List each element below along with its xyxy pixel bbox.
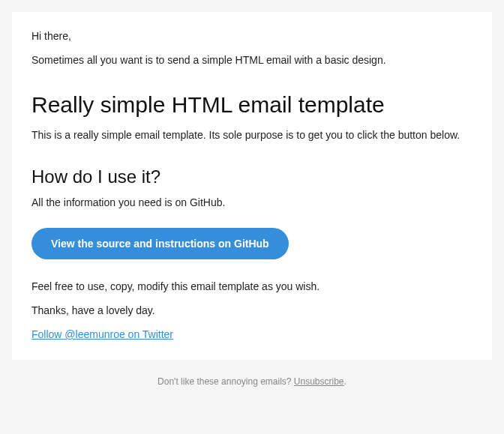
footer-period: . — [344, 376, 346, 387]
free-use-text: Feel free to use, copy, modify this emai… — [32, 280, 472, 292]
sub-heading: How do I use it? — [32, 166, 472, 187]
footer-text: Don't like these annoying emails? — [158, 376, 294, 387]
thanks-text: Thanks, have a lovely day. — [32, 304, 472, 316]
main-description: This is a really simple email template. … — [32, 129, 472, 141]
main-heading: Really simple HTML email template — [32, 91, 472, 118]
unsubscribe-link[interactable]: Unsubscribe — [294, 376, 344, 387]
twitter-follow-link[interactable]: Follow @leemunroe on Twitter — [32, 328, 173, 340]
github-info-text: All the information you need is on GitHu… — [32, 196, 472, 208]
view-source-button[interactable]: View the source and instructions on GitH… — [32, 228, 289, 259]
greeting-text: Hi there, — [32, 30, 472, 42]
email-card: Hi there, Sometimes all you want is to s… — [12, 12, 492, 360]
intro-text: Sometimes all you want is to send a simp… — [32, 54, 472, 66]
email-footer: Don't like these annoying emails? Unsubs… — [12, 360, 492, 387]
